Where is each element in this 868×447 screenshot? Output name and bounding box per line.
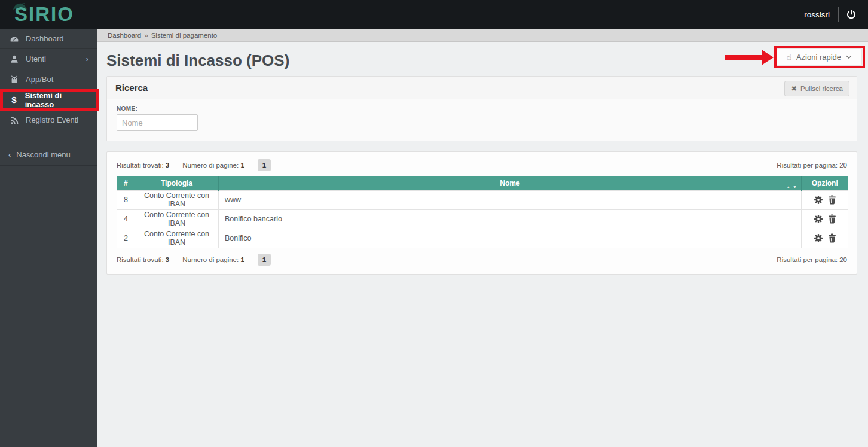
page-button-1[interactable]: 1 xyxy=(258,159,271,171)
sort-arrows-icon[interactable]: ▲ ▼ xyxy=(786,185,797,189)
cell-tipologia: Conto Corrente con IBAN xyxy=(135,209,219,229)
sidebar-item-label: App/Bot xyxy=(26,75,53,84)
results-info-top: Risultati trovati: 3 Numero di pagine: 1… xyxy=(117,159,848,171)
nome-field-label: NOME: xyxy=(117,105,848,112)
breadcrumb-current: Sistemi di pagamento xyxy=(151,32,218,39)
gear-icon[interactable] xyxy=(814,214,823,224)
table-row: 8 Conto Corrente con IBAN www xyxy=(117,190,848,209)
cell-tipologia: Conto Corrente con IBAN xyxy=(135,229,219,248)
cell-tipologia: Conto Corrente con IBAN xyxy=(135,190,219,209)
sidebar-item-label: Registro Eventi xyxy=(26,115,78,124)
dollar-icon: $ xyxy=(8,95,20,105)
breadcrumb: Dashboard » Sistemi di pagamento xyxy=(97,29,868,42)
rss-icon xyxy=(8,115,20,125)
gear-icon[interactable] xyxy=(814,233,823,243)
table-row: 4 Conto Corrente con IBAN Bonifico banca… xyxy=(117,209,848,229)
results-table: # Tipologia Nome ▲ ▼ Opzioni 8 Conto Cor… xyxy=(117,176,848,248)
quick-actions-label: Azioni rapide xyxy=(796,53,841,62)
user-icon xyxy=(8,54,20,64)
username-label[interactable]: rossisrl xyxy=(796,10,838,19)
results-per-page: Risultati per pagina: 20 xyxy=(777,162,847,169)
dashboard-icon xyxy=(8,34,20,44)
results-found: Risultati trovati: 3 xyxy=(117,256,169,263)
hand-pointer-icon: ☝ xyxy=(787,53,791,62)
breadcrumb-dashboard-link[interactable]: Dashboard xyxy=(108,32,141,39)
trash-icon[interactable] xyxy=(828,195,836,205)
trash-icon[interactable] xyxy=(828,214,836,224)
topbar: SIRIO rossisrl xyxy=(0,0,868,29)
search-panel: Ricerca ✖ Pulisci ricerca NOME: xyxy=(106,76,857,141)
sidebar-item-sistemi-di-incasso[interactable]: $ Sistemi di incasso xyxy=(0,90,97,110)
main-content: Dashboard » Sistemi di pagamento Sistemi… xyxy=(97,29,868,447)
cell-opzioni xyxy=(802,229,848,248)
results-found: Risultati trovati: 3 xyxy=(117,162,169,169)
collapse-menu-button[interactable]: ‹ Nascondi menu xyxy=(0,144,97,166)
sidebar-item-label: Sistemi di incasso xyxy=(25,91,88,109)
cell-nome: Bonifico bancario xyxy=(219,209,802,229)
sirio-logo[interactable]: SIRIO xyxy=(0,1,74,28)
table-header-tipologia[interactable]: Tipologia xyxy=(135,176,219,190)
collapse-menu-label: Nascondi menu xyxy=(16,150,70,159)
cell-opzioni xyxy=(802,209,848,229)
sidebar-item-appbot[interactable]: App/Bot xyxy=(0,69,97,90)
power-icon xyxy=(846,9,857,20)
cell-id: 2 xyxy=(117,229,135,248)
logout-button[interactable] xyxy=(838,7,864,22)
results-pages: Numero di pagine: 1 xyxy=(182,162,244,169)
cell-id: 4 xyxy=(117,209,135,229)
table-header-id[interactable]: # xyxy=(117,176,135,190)
android-icon xyxy=(8,75,20,84)
quick-actions-button[interactable]: ☝ Azioni rapide xyxy=(777,48,862,66)
trash-icon[interactable] xyxy=(828,233,836,243)
sidebar-item-label: Utenti xyxy=(26,54,46,63)
table-row: 2 Conto Corrente con IBAN Bonifico xyxy=(117,229,848,248)
sidebar-item-utenti[interactable]: Utenti › xyxy=(0,49,97,69)
chevron-left-icon: ‹ xyxy=(8,150,11,159)
chevron-right-icon: › xyxy=(86,54,88,63)
page-button-1[interactable]: 1 xyxy=(258,254,271,266)
chevron-down-icon xyxy=(846,55,852,59)
dragon-head-icon xyxy=(12,2,27,11)
results-pages: Numero di pagine: 1 xyxy=(182,256,244,263)
sidebar-item-registro-eventi[interactable]: Registro Eventi xyxy=(0,110,97,130)
results-per-page: Risultati per pagina: 20 xyxy=(777,256,847,263)
cell-nome: Bonifico xyxy=(219,229,802,248)
results-info-bottom: Risultati trovati: 3 Numero di pagine: 1… xyxy=(117,254,848,266)
nome-search-input[interactable] xyxy=(117,114,198,131)
clear-search-label: Pulisci ricerca xyxy=(800,85,843,92)
clear-search-button[interactable]: ✖ Pulisci ricerca xyxy=(784,81,849,96)
cell-nome: www xyxy=(219,190,802,209)
sidebar-item-dashboard[interactable]: Dashboard xyxy=(0,29,97,49)
table-header-nome[interactable]: Nome ▲ ▼ xyxy=(219,176,802,190)
sidebar: Dashboard Utenti › App/Bot $ Sistemi di xyxy=(0,29,97,447)
table-header-opzioni: Opzioni xyxy=(802,176,848,190)
cell-opzioni xyxy=(802,190,848,209)
sidebar-item-label: Dashboard xyxy=(26,34,64,43)
search-panel-title: Ricerca xyxy=(107,77,857,99)
gear-icon[interactable] xyxy=(814,195,823,205)
cell-id: 8 xyxy=(117,190,135,209)
results-panel: Risultati trovati: 3 Numero di pagine: 1… xyxy=(106,151,857,275)
page-title: Sistemi di Incasso (POS) xyxy=(106,51,868,70)
breadcrumb-separator: » xyxy=(144,32,148,39)
x-icon: ✖ xyxy=(791,84,797,93)
